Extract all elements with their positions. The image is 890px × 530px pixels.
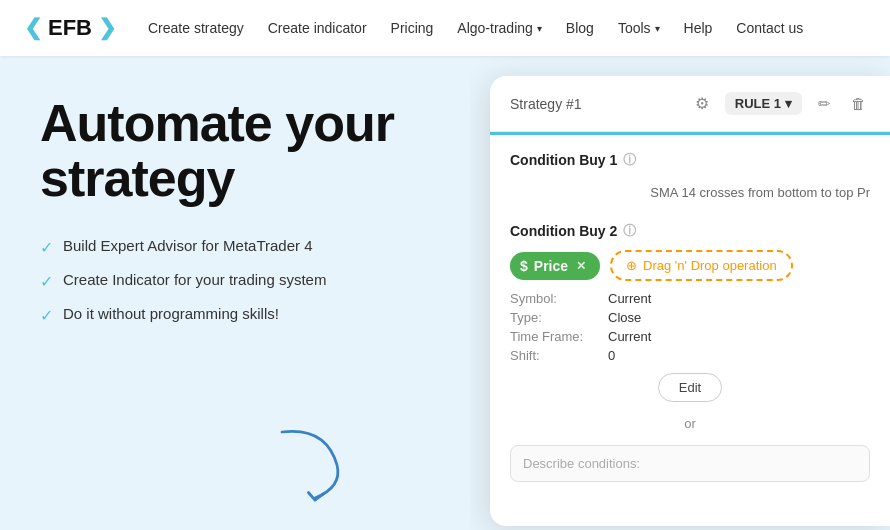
describe-input[interactable]: Describe conditions: — [510, 445, 870, 482]
card-body: Condition Buy 1 ⓘ SMA 14 crosses from bo… — [490, 135, 890, 526]
strategy-card: Strategy #1 ⚙ RULE 1 ▾ ✏ 🗑 Condition Buy… — [490, 76, 890, 526]
dollar-icon: $ — [520, 258, 528, 274]
nav-create-strategy[interactable]: Create strategy — [148, 20, 244, 36]
pill-row: $ Price ✕ ⊕ Drag 'n' Drop operation — [510, 250, 870, 281]
check-icon-2: ✓ — [40, 272, 53, 291]
feature-list: ✓ Build Expert Advisor for MetaTrader 4 … — [40, 237, 430, 325]
logo[interactable]: ❮ EFB ❯ — [24, 15, 116, 41]
prop-type-value: Close — [608, 310, 870, 325]
condition-2-section: Condition Buy 2 ⓘ $ Price ✕ ⊕ — [510, 222, 870, 482]
nav-algo-trading[interactable]: Algo-trading ▾ — [457, 20, 542, 36]
card-header: Strategy #1 ⚙ RULE 1 ▾ ✏ 🗑 — [490, 76, 890, 132]
feature-text-3: Do it without programming skills! — [63, 305, 279, 322]
condition-2-label: Condition Buy 2 — [510, 223, 617, 239]
feature-item-2: ✓ Create Indicator for your trading syst… — [40, 271, 430, 291]
prop-shift-value: 0 — [608, 348, 870, 363]
drag-icon: ⊕ — [626, 258, 637, 273]
nav-create-indicator[interactable]: Create indicator — [268, 20, 367, 36]
drag-drop-pill[interactable]: ⊕ Drag 'n' Drop operation — [610, 250, 793, 281]
rule-chevron-icon: ▾ — [785, 96, 792, 111]
logo-right-chevron-icon: ❯ — [98, 15, 116, 41]
navbar: ❮ EFB ❯ Create strategy Create indicator… — [0, 0, 890, 56]
check-icon-1: ✓ — [40, 238, 53, 257]
rule-label: RULE 1 — [735, 96, 781, 111]
left-panel: Automate your strategy ✓ Build Expert Ad… — [0, 56, 470, 530]
nav-contact[interactable]: Contact us — [736, 20, 803, 36]
feature-item-3: ✓ Do it without programming skills! — [40, 305, 430, 325]
feature-item-1: ✓ Build Expert Advisor for MetaTrader 4 — [40, 237, 430, 257]
nav-help[interactable]: Help — [684, 20, 713, 36]
prop-timeframe-label: Time Frame: — [510, 329, 600, 344]
strategy-title: Strategy #1 — [510, 96, 679, 112]
rule-badge[interactable]: RULE 1 ▾ — [725, 92, 802, 115]
logo-text: EFB — [48, 15, 92, 41]
condition-1-header: Condition Buy 1 ⓘ — [510, 151, 870, 169]
prop-symbol-value: Current — [608, 291, 870, 306]
condition-1-label: Condition Buy 1 — [510, 152, 617, 168]
condition-1-section: Condition Buy 1 ⓘ SMA 14 crosses from bo… — [510, 151, 870, 206]
edit-button[interactable]: Edit — [658, 373, 722, 402]
info-icon-2[interactable]: ⓘ — [623, 222, 636, 240]
prop-shift-label: Shift: — [510, 348, 600, 363]
prop-type-label: Type: — [510, 310, 600, 325]
chevron-down-icon: ▾ — [537, 23, 542, 34]
drag-drop-label: Drag 'n' Drop operation — [643, 258, 777, 273]
chevron-down-icon: ▾ — [655, 23, 660, 34]
price-pill[interactable]: $ Price ✕ — [510, 252, 600, 280]
check-icon-3: ✓ — [40, 306, 53, 325]
properties-table: Symbol: Current Type: Close Time Frame: … — [510, 291, 870, 363]
right-panel: Strategy #1 ⚙ RULE 1 ▾ ✏ 🗑 Condition Buy… — [470, 56, 890, 530]
close-icon[interactable]: ✕ — [576, 259, 586, 273]
price-label: Price — [534, 258, 568, 274]
nav-tools[interactable]: Tools ▾ — [618, 20, 660, 36]
feature-text-2: Create Indicator for your trading system — [63, 271, 326, 288]
condition-2-content: $ Price ✕ ⊕ Drag 'n' Drop operation S — [510, 250, 870, 482]
or-divider: or — [510, 412, 870, 435]
main-content: Automate your strategy ✓ Build Expert Ad… — [0, 56, 890, 530]
hero-title: Automate your strategy — [40, 96, 430, 205]
edit-pencil-icon[interactable]: ✏ — [814, 91, 835, 117]
condition-2-header: Condition Buy 2 ⓘ — [510, 222, 870, 240]
arrow-decoration — [260, 420, 370, 510]
prop-timeframe-value: Current — [608, 329, 870, 344]
nav-links: Create strategy Create indicator Pricing… — [148, 20, 866, 36]
logo-left-chevron-icon: ❮ — [24, 15, 42, 41]
trash-icon[interactable]: 🗑 — [847, 91, 870, 116]
nav-blog[interactable]: Blog — [566, 20, 594, 36]
gear-icon[interactable]: ⚙ — [691, 90, 713, 117]
feature-text-1: Build Expert Advisor for MetaTrader 4 — [63, 237, 313, 254]
nav-pricing[interactable]: Pricing — [391, 20, 434, 36]
info-icon-1[interactable]: ⓘ — [623, 151, 636, 169]
prop-symbol-label: Symbol: — [510, 291, 600, 306]
condition-1-text: SMA 14 crosses from bottom to top Pr — [510, 179, 870, 206]
